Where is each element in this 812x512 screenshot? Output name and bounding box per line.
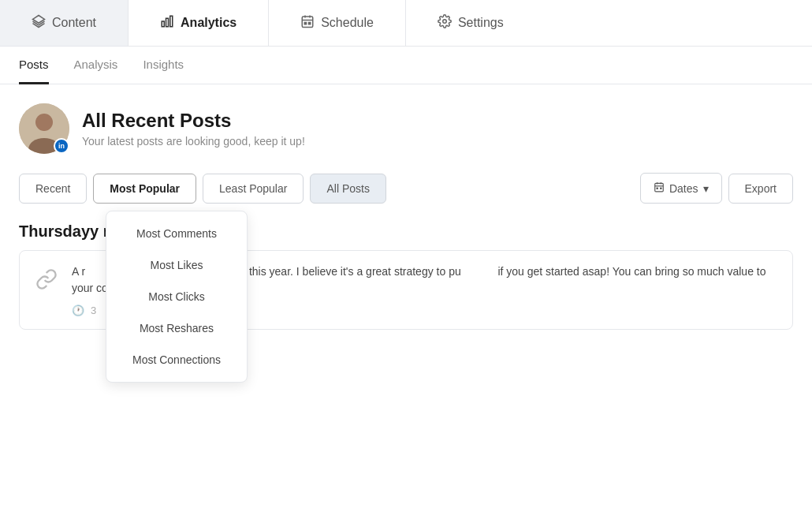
link-icon xyxy=(32,265,61,293)
svg-rect-3 xyxy=(170,16,173,27)
nav-schedule-label: Schedule xyxy=(321,16,374,30)
svg-point-12 xyxy=(35,114,53,131)
sub-navigation: Posts Analysis Insights xyxy=(0,47,812,84)
tab-analysis[interactable]: Analysis xyxy=(74,47,118,84)
nav-analytics[interactable]: Analytics xyxy=(129,0,269,46)
dates-button[interactable]: Dates ▾ xyxy=(640,173,722,204)
page-subtitle: Your latest posts are looking good, keep… xyxy=(82,135,305,148)
dropdown-most-reshares[interactable]: Most Reshares xyxy=(106,312,247,344)
dropdown-most-comments[interactable]: Most Comments xyxy=(106,218,247,249)
chevron-down-icon: ▾ xyxy=(703,182,709,195)
avatar-container: in xyxy=(19,103,69,154)
page-title: All Recent Posts xyxy=(82,110,305,132)
nav-content[interactable]: Content xyxy=(0,0,129,46)
dates-label: Dates xyxy=(669,182,698,195)
post-time: 3 xyxy=(91,305,96,316)
calendar-small-icon xyxy=(654,181,665,195)
tab-insights[interactable]: Insights xyxy=(143,47,184,84)
nav-settings[interactable]: Settings xyxy=(406,0,535,46)
export-button[interactable]: Export xyxy=(728,174,793,204)
filter-row: Recent Most Popular Least Popular All Po… xyxy=(19,173,793,204)
linkedin-badge: in xyxy=(54,138,69,154)
top-navigation: Content Analytics Schedule Settings xyxy=(0,0,812,47)
dropdown-most-likes[interactable]: Most Likes xyxy=(106,249,247,281)
gear-icon xyxy=(438,14,452,32)
svg-rect-14 xyxy=(655,183,664,192)
most-popular-dropdown: Most Comments Most Likes Most Clicks Mos… xyxy=(106,211,248,383)
nav-content-label: Content xyxy=(52,16,96,30)
dropdown-most-clicks[interactable]: Most Clicks xyxy=(106,281,247,312)
page-header: in All Recent Posts Your latest posts ar… xyxy=(19,103,793,154)
filter-least-popular-button[interactable]: Least Popular xyxy=(203,174,304,204)
svg-rect-4 xyxy=(302,17,313,28)
calendar-icon xyxy=(300,14,315,32)
svg-rect-9 xyxy=(309,23,311,24)
svg-rect-2 xyxy=(166,18,169,27)
dropdown-most-connections[interactable]: Most Connections xyxy=(106,344,247,376)
filter-recent-button[interactable]: Recent xyxy=(19,174,87,204)
filter-most-popular-button[interactable]: Most Popular xyxy=(93,174,196,204)
svg-rect-1 xyxy=(162,21,164,27)
main-content: in All Recent Posts Your latest posts ar… xyxy=(0,84,812,330)
nav-schedule[interactable]: Schedule xyxy=(269,0,406,46)
bar-chart-icon xyxy=(160,14,174,32)
tab-posts[interactable]: Posts xyxy=(19,47,49,84)
filter-all-posts-button[interactable]: All Posts xyxy=(310,174,386,204)
header-text: All Recent Posts Your latest posts are l… xyxy=(82,110,305,148)
nav-settings-label: Settings xyxy=(458,16,504,30)
layers-icon xyxy=(32,14,46,32)
svg-rect-8 xyxy=(304,23,306,24)
svg-point-10 xyxy=(443,20,447,24)
clock-icon: 🕐 xyxy=(72,305,84,316)
nav-analytics-label: Analytics xyxy=(181,16,237,30)
svg-rect-18 xyxy=(657,188,657,189)
svg-rect-19 xyxy=(661,188,661,189)
